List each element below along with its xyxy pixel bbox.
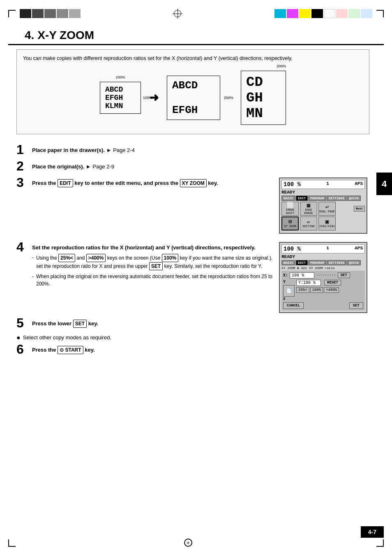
lcd-cancel-set-row: CANCEL SET [283,302,363,309]
color-bar-black [20,9,81,18]
lcd-icons-row-1: ⬜ IMAGE SHIFT ▦ EDGE ERASE ↩ DUAL PAGE N… [281,202,365,216]
lcd-tab-quick: QUICK [347,196,361,201]
lcd-percent-1: 100 % [284,181,301,188]
lcd-icon-image-shift: ⬜ IMAGE SHIFT [281,202,299,216]
corner-reg-br [376,539,384,547]
100pct-key: 100% [162,254,179,262]
result1-text-box: ABCDEFGH [167,76,220,120]
lcd-icons-row-2: ⊞ XY ZOOM ✏ EDITING ▣ 2IN1/4IN1 [281,216,365,230]
lcd-y-section: Y 📄 X Y:100 % RESET [283,280,363,301]
step-5-strong: Press the lower SET key. [32,320,98,327]
lcd-ready-2: READY [281,254,365,259]
y-input: Y:100 % [296,280,321,286]
x-set-btn: SET [338,272,350,278]
lcd2-tab-settings: SETTINGS [327,260,346,265]
cancel-btn: CANCEL [283,302,304,309]
lcd-count-1: 1 [326,181,329,188]
x-label: X: [283,273,288,278]
step-1: 1 Place paper in the drawer(s). ► Page 2… [16,145,369,156]
lcd-display-2: 100 % 1 APS READY BASIC EDIT PROGRAM SET… [279,242,367,313]
step-1-ref: Page 2-4 [113,147,135,153]
lcd-status-bar-2: 100 % 1 APS [281,244,365,253]
xy-zoom-key: XY ZOOM [180,179,207,187]
step-4-bullet-1: - Using the 25%< and >400% keys on the s… [32,254,273,270]
25pct-key: 25%< [58,254,75,262]
page-number: 4-7 [361,526,384,538]
diagram-result1: 200% ABCDEFGH [167,76,220,120]
lcd2-tab-quick: QUICK [347,260,361,265]
step-2-arrow: ► [86,164,91,170]
editing-symbol: ✏ [307,219,310,225]
diagram-area: 100% 100% ABCDEFGHKLMN ➜ 200% ABCDEFGH 2… [23,67,363,129]
step-6-content: Press the ⊙ START key. [32,344,369,354]
lcd-tab-settings: SETTINGS [327,196,346,201]
step-3-left: 3 Press the EDIT key to enter the edit m… [16,177,273,189]
step-6-text: Press the ⊙ START key. [32,347,95,353]
pct-25-btn: 25%< [296,287,309,293]
step-2-number: 2 [16,159,29,173]
lcd-tabs-2: BASIC EDIT PROGRAM SETTINGS QUICK [281,260,365,265]
page-title: 4. X-Y ZOOM [25,29,367,42]
step-6-number: 6 [16,343,29,356]
start-key: ⊙ START [58,346,83,354]
step-2: 2 Place the original(s). ► Page 2-9 [16,161,369,173]
step-6-strong: Press the ⊙ START key. [32,347,95,353]
lcd-tabs-1: BASIC EDIT PROGRAM SETTINGS QUICK [281,196,365,201]
final-set-btn: SET [349,302,363,309]
step-3-area: 3 Press the EDIT key to enter the edit m… [16,177,369,237]
editing-label: EDITING [302,225,314,228]
corner-reg-tl [8,10,16,17]
step-3-content: Press the EDIT key to enter the edit men… [32,177,273,187]
dim-200pct-right: 200% [224,96,233,100]
set-key-upper: SET [149,262,163,270]
step-5: 5 Press the lower SET key. [16,318,369,329]
lcd-tab-basic: BASIC [281,196,295,201]
xy-zoom-label: XY ZOOM [284,225,296,228]
step-4-content: Set the reproduction ratios for the X (h… [32,242,273,288]
lcd-aps-2: APS [355,246,363,252]
step-4-bullet-2: - When placing the original on the rever… [32,273,273,288]
bullet-text: Select other copy modes as required. [23,334,111,341]
400pct-key: >400% [86,254,106,262]
step-5-text: Press the lower SET key. [32,320,98,327]
page-header: 4. X-Y ZOOM [8,23,384,45]
step-3-number: 3 [16,176,29,189]
reg-mark-right [274,9,384,18]
bullet-select-modes: ● Select other copy modes as required. [16,334,369,341]
lcd-next-btn: Next [354,206,365,212]
lcd-icon-edge-erase: ▦ EDGE ERASE [300,202,317,216]
bottom-left [8,539,16,547]
step-2-content: Place the original(s). ► Page 2-9 [32,161,369,171]
x-sublabel: X [283,297,295,301]
step-1-number: 1 [16,143,29,156]
lcd-screen-1: 100 % 1 APS READY BASIC EDIT PROGRAM SET… [279,177,369,237]
original-text-box: ABCDEFGHKLMN [100,82,141,114]
step-4-left: 4 Set the reproduction ratios for the X … [16,242,273,290]
lcd-tab-edit: EDIT [296,196,308,201]
steps-area: 1 Place paper in the drawer(s). ► Page 2… [16,145,369,356]
step-1-strong: Place paper in the drawer(s). [32,147,105,153]
pct-100-btn: 100% [310,287,323,293]
lcd-icon-dual-page: ↩ DUAL PAGE [318,202,336,216]
bottom-center-reg: + [184,539,192,547]
corner-reg-bl [8,539,16,547]
2in1-symbol: ▣ [325,219,329,225]
lcd-icon-2in1: ▣ 2IN1/4IN1 [318,216,336,230]
pct-400-btn: >400% [324,287,339,293]
edge-erase-label: EDGE ERASE [300,208,317,215]
step-2-strong: Place the original(s). [32,164,84,170]
lcd2-tab-edit: EDIT [296,260,308,265]
step-2-text: Place the original(s). ► Page 2-9 [32,164,114,170]
diagram-original: 100% 100% ABCDEFGHKLMN [100,82,141,114]
step-4-text: Set the reproduction ratios for the X (h… [32,244,256,251]
dim-100pct-top: 100% [115,75,125,79]
diagram-result2: 200% CDGHMN [241,71,286,125]
result2-text-box: CDGHMN [241,71,286,125]
step-4-strong: Set the reproduction ratios for the X (h… [32,244,256,251]
reg-mark-left [8,9,81,18]
center-reg-mark [173,9,182,18]
top-marks [0,0,392,23]
lcd-status-bar-1: 100 % 1 APS [281,180,365,189]
step-2-ref: Page 2-9 [92,164,114,170]
x-input: 100 % [290,272,314,279]
